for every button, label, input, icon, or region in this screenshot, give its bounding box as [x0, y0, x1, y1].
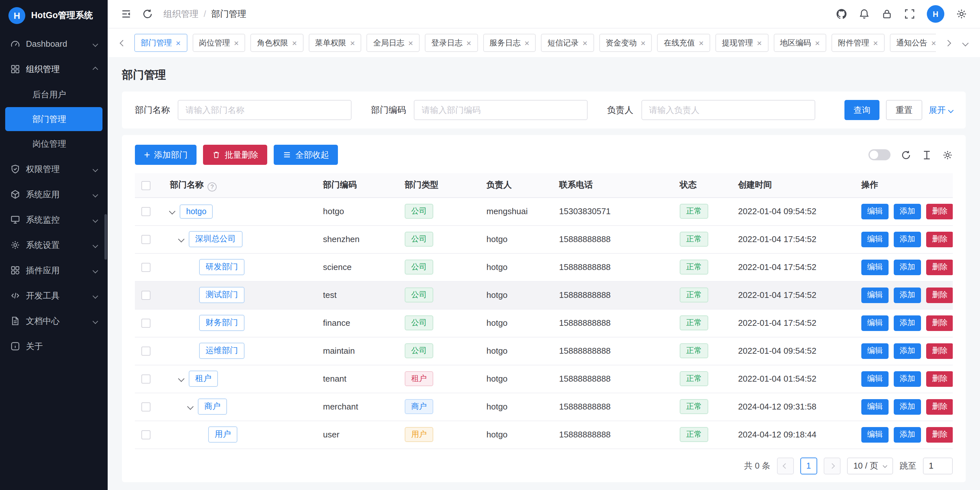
leader-input[interactable]: [641, 100, 815, 120]
edit-button[interactable]: 编辑: [861, 287, 889, 303]
sidebar-item-系统设置[interactable]: 系统设置: [0, 232, 108, 258]
expand-toggle[interactable]: 展开: [929, 104, 953, 116]
row-checkbox[interactable]: [142, 235, 151, 244]
search-button[interactable]: 查询: [845, 100, 880, 120]
close-icon[interactable]: ×: [757, 38, 762, 47]
department-name-chip[interactable]: hotgo: [180, 204, 213, 219]
close-icon[interactable]: ×: [350, 38, 355, 47]
edit-button[interactable]: 编辑: [861, 259, 889, 275]
tabs-scroll-right-button[interactable]: [942, 34, 953, 52]
close-icon[interactable]: ×: [176, 38, 181, 47]
sidebar-item-组织管理[interactable]: 组织管理: [0, 56, 108, 82]
tab-提现管理[interactable]: 提现管理×: [715, 34, 768, 52]
column-height-icon[interactable]: [922, 150, 932, 160]
edit-button[interactable]: 编辑: [861, 427, 889, 442]
fullscreen-icon[interactable]: [904, 8, 915, 19]
sidebar-subitem-部门管理[interactable]: 部门管理: [5, 107, 102, 131]
table-border-toggle[interactable]: [869, 149, 891, 160]
delete-button[interactable]: 删除: [926, 231, 953, 247]
add-button[interactable]: 添加: [894, 399, 921, 414]
delete-button[interactable]: 删除: [926, 315, 953, 331]
add-button[interactable]: 添加: [894, 231, 921, 247]
tabs-dropdown-button[interactable]: [959, 34, 971, 52]
row-checkbox[interactable]: [142, 263, 151, 272]
sidebar-item-关于[interactable]: 关于: [0, 334, 108, 359]
tab-通知公告[interactable]: 通知公告×: [889, 34, 936, 52]
add-button[interactable]: 添加: [894, 259, 921, 275]
delete-button[interactable]: 删除: [926, 427, 953, 442]
row-expand-chevron-icon[interactable]: [178, 375, 185, 382]
department-name-chip[interactable]: 商户: [198, 399, 227, 415]
delete-button[interactable]: 删除: [926, 287, 953, 303]
tab-登录日志[interactable]: 登录日志×: [425, 34, 478, 52]
add-button[interactable]: 添加: [894, 371, 921, 386]
github-icon[interactable]: [836, 8, 847, 19]
edit-button[interactable]: 编辑: [861, 231, 889, 247]
close-icon[interactable]: ×: [524, 38, 529, 47]
select-all-checkbox[interactable]: [142, 181, 151, 190]
row-checkbox[interactable]: [142, 319, 151, 328]
add-button[interactable]: 添加: [894, 287, 921, 303]
lock-icon[interactable]: [881, 8, 892, 19]
sidebar-subitem-岗位管理[interactable]: 岗位管理: [5, 132, 102, 156]
refresh-icon[interactable]: [142, 8, 153, 19]
tab-部门管理[interactable]: 部门管理×: [134, 34, 187, 52]
row-expand-chevron-icon[interactable]: [187, 403, 194, 410]
tab-资金变动[interactable]: 资金变动×: [599, 34, 652, 52]
tab-角色权限[interactable]: 角色权限×: [250, 34, 303, 52]
sidebar-item-开发工具[interactable]: 开发工具: [0, 283, 108, 308]
row-checkbox[interactable]: [142, 347, 151, 356]
sidebar-item-系统应用[interactable]: 系统应用: [0, 182, 108, 207]
add-button[interactable]: 添加: [894, 315, 921, 331]
dept-code-input[interactable]: [414, 100, 588, 120]
add-button[interactable]: 添加: [894, 203, 921, 219]
department-name-chip[interactable]: 深圳总公司: [189, 231, 242, 247]
close-icon[interactable]: ×: [641, 38, 646, 47]
reset-button[interactable]: 重置: [886, 100, 922, 120]
close-icon[interactable]: ×: [466, 38, 471, 47]
delete-button[interactable]: 删除: [926, 259, 953, 275]
row-expand-chevron-icon[interactable]: [169, 208, 175, 214]
add-button[interactable]: 添加: [894, 427, 921, 442]
close-icon[interactable]: ×: [234, 38, 239, 47]
prev-page-button[interactable]: [777, 457, 794, 474]
gear-icon[interactable]: [956, 8, 967, 19]
delete-button[interactable]: 删除: [926, 343, 953, 359]
sidebar-item-插件应用[interactable]: 插件应用: [0, 258, 108, 283]
row-checkbox[interactable]: [142, 291, 151, 300]
close-icon[interactable]: ×: [582, 38, 587, 47]
delete-button[interactable]: 删除: [926, 371, 953, 386]
tab-附件管理[interactable]: 附件管理×: [832, 34, 885, 52]
add-department-button[interactable]: + 添加部门: [135, 145, 197, 165]
tab-岗位管理[interactable]: 岗位管理×: [192, 34, 245, 52]
department-name-chip[interactable]: 财务部门: [199, 315, 245, 331]
bell-icon[interactable]: [859, 8, 870, 19]
jump-page-input[interactable]: [923, 457, 953, 474]
tab-地区编码[interactable]: 地区编码×: [773, 34, 826, 52]
close-icon[interactable]: ×: [292, 38, 297, 47]
department-name-chip[interactable]: 租户: [189, 370, 218, 387]
sidebar-item-Dashboard[interactable]: Dashboard: [0, 31, 108, 56]
reload-icon[interactable]: [901, 150, 911, 160]
sidebar-item-文档中心[interactable]: 文档中心: [0, 308, 108, 334]
department-name-chip[interactable]: 研发部门: [199, 259, 245, 275]
dept-name-input[interactable]: [178, 100, 352, 120]
department-name-chip[interactable]: 用户: [208, 426, 237, 443]
tab-服务日志[interactable]: 服务日志×: [483, 34, 536, 52]
close-icon[interactable]: ×: [699, 38, 704, 47]
menu-fold-icon[interactable]: [121, 8, 132, 19]
page-size-select[interactable]: 10 / 页: [847, 457, 893, 474]
avatar[interactable]: H: [927, 5, 944, 23]
batch-delete-button[interactable]: 批量删除: [203, 145, 267, 165]
sidebar-subitem-后台用户[interactable]: 后台用户: [5, 82, 102, 107]
row-checkbox[interactable]: [142, 207, 151, 216]
row-checkbox[interactable]: [142, 375, 151, 384]
next-page-button[interactable]: [823, 457, 840, 474]
close-icon[interactable]: ×: [931, 38, 936, 47]
edit-button[interactable]: 编辑: [861, 315, 889, 331]
tab-全局日志[interactable]: 全局日志×: [367, 34, 420, 52]
delete-button[interactable]: 删除: [926, 399, 953, 414]
close-icon[interactable]: ×: [873, 38, 878, 47]
delete-button[interactable]: 删除: [926, 203, 953, 219]
sidebar-scrollbar[interactable]: [104, 214, 107, 260]
